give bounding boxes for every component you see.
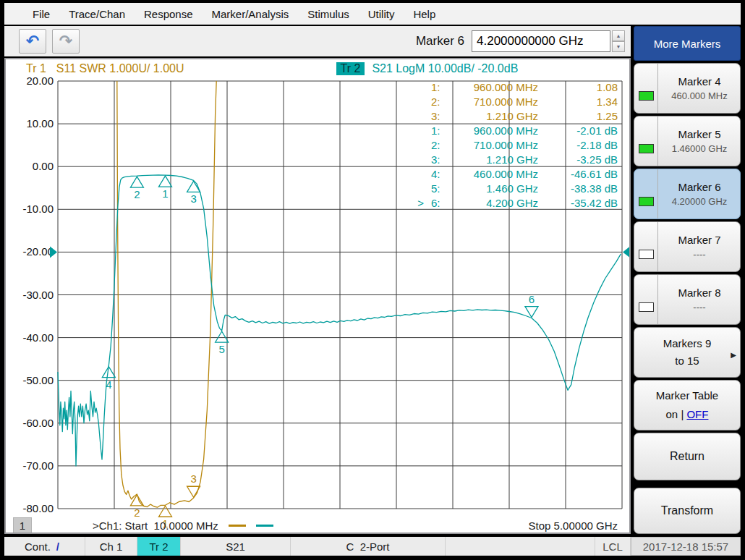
readout-marker-number: 4: [431,168,440,180]
trace2-legend-dash [256,525,273,527]
spinner-down-button[interactable]: ▼ [612,41,625,52]
marker-entry-label: Marker 6 [416,34,464,48]
marker-8-label: Marker 8 [678,287,720,299]
trace2-label-badge[interactable]: Tr 2 [336,62,365,75]
marker-stimulus-input[interactable] [472,30,610,52]
ref-level-marker-right[interactable] [623,246,630,258]
marker-4-button[interactable]: Marker 4 460.000 MHz [634,63,741,114]
sweep-mode-indicator[interactable]: Cont. / [4,537,85,556]
marker-2-number: 2 [134,188,140,200]
stimulus-stop-label: Stop 5.00000 GHz [529,519,618,532]
menu-item-file[interactable]: File [23,5,59,23]
readout-marker-value: -3.25 dB [576,153,618,166]
menu-item-marker-analysis[interactable]: Marker/Analysis [203,5,299,23]
y-axis-label: 0.00 [33,160,54,172]
marker-8-value: ---- [693,302,705,313]
marker-7-led [639,250,654,259]
menu-item-response[interactable]: Response [135,5,203,23]
y-axis-label: -10.00 [22,203,54,215]
readout-marker-number: 1: [431,81,440,93]
sidebar-divider [634,483,741,485]
marker-6-value: 4.20000 GHz [672,196,728,207]
markers-9-15-line1: Markers 9 [663,335,712,352]
chart-panel: Tr 1 S11 SWR 1.000U/ 1.00U Tr 2 S21 LogM… [4,58,631,534]
readout-marker-freq: 960.000 MHz [474,81,538,93]
readout-marker-freq: 960.000 MHz [474,124,538,137]
spinner-up-button[interactable]: ▲ [612,30,625,41]
more-markers-button[interactable]: More Markers [634,26,741,61]
readout-marker-value: -2.01 dB [576,124,618,137]
y-axis-label: -40.00 [22,331,54,344]
transform-label: Transform [661,504,713,517]
undo-button[interactable]: ↶ [19,29,46,54]
channel-status[interactable]: Ch 1 [85,537,137,556]
marker-6-label: Marker 6 [678,181,720,193]
status-bar: Cont. / Ch 1 Tr 2 S21 C 2-Port LCL 2017-… [4,537,741,556]
readout-marker-freq: 1.210 GHz [486,153,538,166]
readout-marker-value: 1.08 [597,81,618,93]
marker-4-led-zone [634,64,658,113]
channel-indicator[interactable]: 1 [13,517,32,533]
readout-marker-number: 3: [431,110,440,122]
menu-item-help[interactable]: Help [404,5,445,23]
marker-4-number: 4 [106,378,111,391]
readout-marker-freq: 710.000 MHz [474,96,538,108]
statusbar-spacer [446,537,595,556]
active-trace-status[interactable]: Tr 2 [137,537,181,556]
readout-marker-number: 6: [431,197,440,209]
readout-marker-number: 2: [431,96,440,108]
y-axis-label: -60.00 [22,417,54,429]
redo-icon: ↷ [59,33,72,49]
marker-5-button[interactable]: Marker 5 1.46000 GHz [634,116,741,166]
trace1-label[interactable]: Tr 1 [26,62,46,75]
sweep-mode-label: Cont. [25,540,51,553]
y-axis-label: -50.00 [22,374,54,386]
active-marker-prefix: > [417,197,424,209]
softkey-sidebar: More Markers Marker 4 460.000 MHz Marker… [634,26,741,534]
marker-6-number: 6 [529,293,535,305]
marker-8-led-zone [634,275,658,324]
marker-6-led [639,197,654,206]
y-axis-label: 10.00 [26,117,54,130]
calibration-status[interactable]: C 2-Port [291,537,446,556]
marker-table-off-link[interactable]: OFF [686,408,708,420]
marker-6-triangle [525,307,538,318]
datetime-display: 2017-12-18 15:57 [631,537,741,556]
marker-4-led [639,91,654,101]
marker-8-button[interactable]: Marker 8 ---- [634,274,741,325]
marker-6-button[interactable]: Marker 6 4.20000 GHz [634,169,741,219]
marker-6-led-zone [634,169,658,219]
y-axis-label: -70.00 [22,459,54,472]
readout-marker-freq: 460.000 MHz [474,168,538,180]
readout-marker-value: 1.34 [597,96,618,108]
parameter-status[interactable]: S21 [181,537,291,556]
sweep-progress-icon: / [56,540,59,553]
marker-table-button[interactable]: Marker Table on | OFF [634,380,741,430]
readout-marker-freq: 1.210 GHz [486,110,538,122]
return-button[interactable]: Return [634,433,741,480]
menu-item-utility[interactable]: Utility [359,5,404,23]
tr2_s21_logm-trace-path [58,175,621,466]
y-axis-label: -20.00 [22,245,54,258]
marker-3-number: 3 [190,192,196,205]
menu-item-trace-chan[interactable]: Trace/Chan [59,5,135,23]
ref-level-marker-left[interactable] [50,246,57,258]
redo-button[interactable]: ↷ [52,29,80,54]
marker-table-state: on | OFF [666,406,709,423]
stimulus-row: 1 >Ch1: Start 10.0000 MHz Stop 5.00000 G… [6,515,629,534]
marker-4-label: Marker 4 [678,75,720,88]
markers-9-to-15-button[interactable]: Markers 9 to 15 ▶ [634,327,741,378]
marker-1-triangle [158,176,171,187]
marker-5-label: Marker 5 [678,128,720,140]
markers-9-15-line2: to 15 [675,352,699,370]
marker-table-sep: | [678,408,686,420]
y-axis-label: -30.00 [22,289,54,301]
marker-5-led-zone [634,116,658,166]
marker-7-label: Marker 7 [678,234,720,246]
marker-7-button[interactable]: Marker 7 ---- [634,221,741,272]
menu-item-stimulus[interactable]: Stimulus [298,5,359,23]
lcl-indicator: LCL [595,537,631,556]
marker-table-on: on [666,408,678,420]
transform-button[interactable]: Transform [634,488,741,534]
readout-marker-value: -46.61 dB [571,168,618,180]
